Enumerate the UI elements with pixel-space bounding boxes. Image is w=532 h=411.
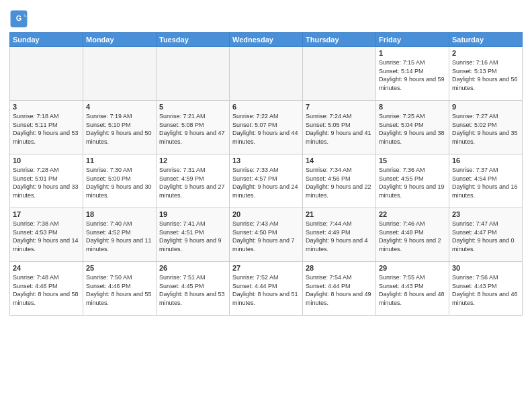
day-info: Sunrise: 7:28 AM Sunset: 5:01 PM Dayligh…	[13, 166, 80, 199]
day-number: 7	[306, 103, 373, 111]
day-info: Sunrise: 7:37 AM Sunset: 4:54 PM Dayligh…	[452, 166, 519, 199]
calendar-cell: 23Sunrise: 7:47 AM Sunset: 4:47 PM Dayli…	[449, 208, 523, 262]
day-info: Sunrise: 7:15 AM Sunset: 5:14 PM Dayligh…	[379, 58, 446, 92]
calendar-cell	[157, 47, 230, 101]
calendar-table: SundayMondayTuesdayWednesdayThursdayFrid…	[9, 32, 523, 316]
day-info: Sunrise: 7:55 AM Sunset: 4:43 PM Dayligh…	[379, 273, 446, 307]
day-info: Sunrise: 7:34 AM Sunset: 4:56 PM Dayligh…	[306, 166, 373, 199]
calendar-cell: 20Sunrise: 7:43 AM Sunset: 4:50 PM Dayli…	[230, 208, 303, 262]
calendar-cell: 16Sunrise: 7:37 AM Sunset: 4:54 PM Dayli…	[449, 154, 523, 208]
day-info: Sunrise: 7:27 AM Sunset: 5:02 PM Dayligh…	[452, 112, 519, 146]
day-number: 19	[159, 210, 226, 218]
day-info: Sunrise: 7:44 AM Sunset: 4:49 PM Dayligh…	[306, 220, 373, 253]
day-number: 14	[306, 156, 373, 165]
calendar-cell	[303, 47, 376, 101]
day-number: 21	[306, 210, 373, 218]
calendar-cell: 5Sunrise: 7:21 AM Sunset: 5:08 PM Daylig…	[157, 101, 230, 154]
calendar-cell: 7Sunrise: 7:24 AM Sunset: 5:05 PM Daylig…	[303, 101, 376, 154]
day-info: Sunrise: 7:50 AM Sunset: 4:46 PM Dayligh…	[86, 273, 153, 307]
day-number: 3	[13, 103, 80, 111]
calendar-cell: 21Sunrise: 7:44 AM Sunset: 4:49 PM Dayli…	[303, 208, 376, 262]
day-number: 5	[159, 103, 226, 111]
day-info: Sunrise: 7:54 AM Sunset: 4:44 PM Dayligh…	[306, 273, 373, 307]
calendar-cell: 1Sunrise: 7:15 AM Sunset: 5:14 PM Daylig…	[376, 47, 449, 101]
day-number: 24	[13, 264, 80, 272]
day-number: 29	[379, 264, 446, 272]
calendar-cell: 14Sunrise: 7:34 AM Sunset: 4:56 PM Dayli…	[303, 154, 376, 208]
day-number: 11	[86, 156, 153, 165]
calendar-cell: 12Sunrise: 7:31 AM Sunset: 4:59 PM Dayli…	[157, 154, 230, 208]
logo-icon: G	[9, 9, 28, 28]
day-info: Sunrise: 7:24 AM Sunset: 5:05 PM Dayligh…	[306, 112, 373, 146]
day-info: Sunrise: 7:48 AM Sunset: 4:46 PM Dayligh…	[13, 273, 80, 307]
calendar-cell: 8Sunrise: 7:25 AM Sunset: 5:04 PM Daylig…	[376, 101, 449, 154]
calendar-cell: 18Sunrise: 7:40 AM Sunset: 4:52 PM Dayli…	[83, 208, 157, 262]
weekday-header-friday: Friday	[376, 33, 449, 47]
weekday-header-thursday: Thursday	[303, 33, 376, 47]
day-info: Sunrise: 7:36 AM Sunset: 4:55 PM Dayligh…	[379, 166, 446, 199]
day-number: 27	[232, 264, 300, 272]
day-number: 9	[452, 103, 519, 111]
calendar-cell: 13Sunrise: 7:33 AM Sunset: 4:57 PM Dayli…	[230, 154, 303, 208]
weekday-header-saturday: Saturday	[449, 33, 523, 47]
calendar-cell: 15Sunrise: 7:36 AM Sunset: 4:55 PM Dayli…	[376, 154, 449, 208]
calendar-cell	[10, 47, 83, 101]
calendar-cell: 22Sunrise: 7:46 AM Sunset: 4:48 PM Dayli…	[376, 208, 449, 262]
day-info: Sunrise: 7:51 AM Sunset: 4:45 PM Dayligh…	[159, 273, 226, 307]
calendar-cell: 26Sunrise: 7:51 AM Sunset: 4:45 PM Dayli…	[157, 262, 230, 316]
day-info: Sunrise: 7:56 AM Sunset: 4:43 PM Dayligh…	[452, 273, 519, 307]
calendar-cell	[83, 47, 157, 101]
calendar-cell: 3Sunrise: 7:18 AM Sunset: 5:11 PM Daylig…	[10, 101, 83, 154]
day-info: Sunrise: 7:31 AM Sunset: 4:59 PM Dayligh…	[159, 166, 226, 199]
day-info: Sunrise: 7:43 AM Sunset: 4:50 PM Dayligh…	[232, 220, 300, 253]
calendar-cell: 2Sunrise: 7:16 AM Sunset: 5:13 PM Daylig…	[449, 47, 523, 101]
day-info: Sunrise: 7:22 AM Sunset: 5:07 PM Dayligh…	[232, 112, 300, 146]
calendar-cell: 17Sunrise: 7:38 AM Sunset: 4:53 PM Dayli…	[10, 208, 83, 262]
day-number: 18	[86, 210, 153, 218]
day-info: Sunrise: 7:33 AM Sunset: 4:57 PM Dayligh…	[232, 166, 300, 199]
day-number: 22	[379, 210, 446, 218]
day-number: 12	[159, 156, 226, 165]
day-number: 17	[13, 210, 80, 218]
calendar-cell: 27Sunrise: 7:52 AM Sunset: 4:44 PM Dayli…	[230, 262, 303, 316]
weekday-header-monday: Monday	[83, 33, 157, 47]
day-info: Sunrise: 7:41 AM Sunset: 4:51 PM Dayligh…	[159, 220, 226, 253]
calendar-cell: 10Sunrise: 7:28 AM Sunset: 5:01 PM Dayli…	[10, 154, 83, 208]
day-info: Sunrise: 7:52 AM Sunset: 4:44 PM Dayligh…	[232, 273, 300, 307]
day-number: 30	[452, 264, 519, 272]
weekday-header-sunday: Sunday	[10, 33, 83, 47]
day-info: Sunrise: 7:47 AM Sunset: 4:47 PM Dayligh…	[452, 220, 519, 253]
weekday-header-tuesday: Tuesday	[157, 33, 230, 47]
day-info: Sunrise: 7:40 AM Sunset: 4:52 PM Dayligh…	[86, 220, 153, 253]
calendar-cell: 28Sunrise: 7:54 AM Sunset: 4:44 PM Dayli…	[303, 262, 376, 316]
calendar-cell	[230, 47, 303, 101]
day-info: Sunrise: 7:16 AM Sunset: 5:13 PM Dayligh…	[452, 58, 519, 92]
day-info: Sunrise: 7:38 AM Sunset: 4:53 PM Dayligh…	[13, 220, 80, 253]
day-number: 20	[232, 210, 300, 218]
day-number: 16	[452, 156, 519, 165]
calendar-cell: 9Sunrise: 7:27 AM Sunset: 5:02 PM Daylig…	[449, 101, 523, 154]
day-number: 26	[159, 264, 226, 272]
day-number: 2	[452, 49, 519, 57]
day-number: 10	[13, 156, 80, 165]
calendar-cell: 11Sunrise: 7:30 AM Sunset: 5:00 PM Dayli…	[83, 154, 157, 208]
calendar-cell: 6Sunrise: 7:22 AM Sunset: 5:07 PM Daylig…	[230, 101, 303, 154]
weekday-header-wednesday: Wednesday	[230, 33, 303, 47]
day-info: Sunrise: 7:46 AM Sunset: 4:48 PM Dayligh…	[379, 220, 446, 253]
day-info: Sunrise: 7:30 AM Sunset: 5:00 PM Dayligh…	[86, 166, 153, 199]
day-info: Sunrise: 7:19 AM Sunset: 5:10 PM Dayligh…	[86, 112, 153, 146]
day-number: 15	[379, 156, 446, 165]
day-number: 1	[379, 49, 446, 57]
calendar-cell: 24Sunrise: 7:48 AM Sunset: 4:46 PM Dayli…	[10, 262, 83, 316]
calendar-cell: 19Sunrise: 7:41 AM Sunset: 4:51 PM Dayli…	[157, 208, 230, 262]
calendar-cell: 30Sunrise: 7:56 AM Sunset: 4:43 PM Dayli…	[449, 262, 523, 316]
calendar-cell: 29Sunrise: 7:55 AM Sunset: 4:43 PM Dayli…	[376, 262, 449, 316]
day-number: 13	[232, 156, 300, 165]
calendar-cell: 25Sunrise: 7:50 AM Sunset: 4:46 PM Dayli…	[83, 262, 157, 316]
day-info: Sunrise: 7:18 AM Sunset: 5:11 PM Dayligh…	[13, 112, 80, 146]
day-number: 8	[379, 103, 446, 111]
day-number: 6	[232, 103, 300, 111]
calendar-cell: 4Sunrise: 7:19 AM Sunset: 5:10 PM Daylig…	[83, 101, 157, 154]
day-info: Sunrise: 7:25 AM Sunset: 5:04 PM Dayligh…	[379, 112, 446, 146]
day-number: 4	[86, 103, 153, 111]
